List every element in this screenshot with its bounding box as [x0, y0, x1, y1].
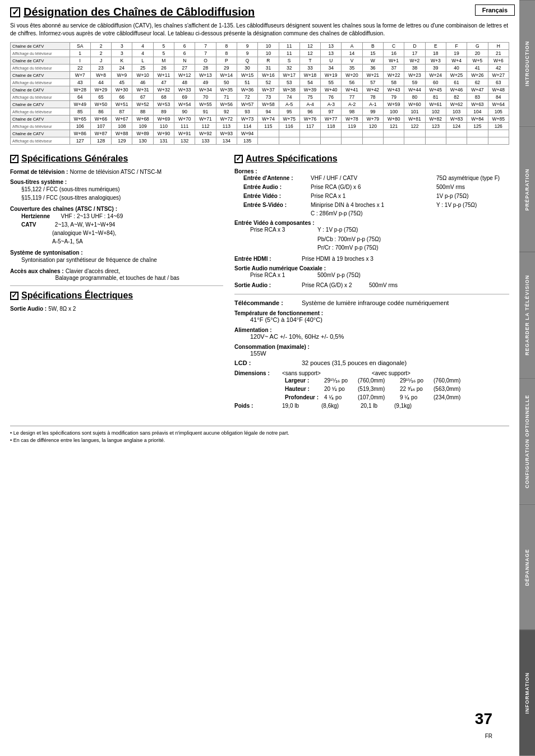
section1-checkbox-icon — [10, 7, 20, 17]
sortie-audio-label: Sortie Audio : — [234, 282, 302, 289]
catv-display-cell: 33 — [299, 64, 320, 72]
composantes-unit-y: Y : 1V p-p (75Ω) — [317, 226, 358, 234]
spec-catv-value: 2~13, A~W, W+1~W+94 (analogique W+1~W+84… — [21, 222, 116, 245]
spec-soustitres-val1: §15,122 / FCC (sous-titres numériques) — [21, 185, 223, 193]
dim-row-val1: 29¹⁵⁄₁₆ po — [324, 376, 358, 385]
alim-block: Alimentation : 120V~ AC +/- 10%, 60Hz +/… — [234, 326, 509, 340]
catv-cell: W+33 — [174, 86, 195, 94]
catv-display-cell: 65 — [90, 94, 111, 101]
catv-cell — [467, 130, 488, 137]
catv-cell: W+30 — [112, 86, 132, 94]
tab-introduction[interactable]: INTRODUCTION — [519, 0, 535, 126]
poids-val1m: (8,6kg) — [321, 403, 361, 409]
catv-display-cell: 80 — [404, 94, 425, 101]
spec-video-label: Entrée Vidéo : — [243, 192, 311, 200]
spec-svideo-val: Miniprise DIN à 4 broches x 1 — [311, 201, 436, 209]
catv-cell: H — [488, 43, 509, 50]
catv-cell: B — [362, 43, 383, 50]
catv-display-label: Affichage du téléviseur — [11, 108, 70, 116]
catv-cell: W+4 — [446, 57, 467, 64]
catv-display-cell: 71 — [216, 94, 237, 101]
catv-row-label: Chaîne de CATV — [11, 130, 70, 137]
catv-display-cell: 72 — [237, 94, 257, 101]
catv-cell — [425, 130, 446, 137]
composantes-label: Entrée Vidéo à composantes : — [234, 220, 509, 226]
catv-display-cell: 85 — [70, 108, 90, 116]
tab-television[interactable]: REGARDER LA TÉLÉVISION — [519, 252, 535, 378]
catv-display-cell: 50 — [216, 79, 237, 86]
catv-cell: W+26 — [467, 72, 488, 79]
catv-display-cell: 130 — [132, 137, 153, 145]
catv-cell: S — [279, 57, 299, 64]
catv-display-cell: 73 — [258, 94, 279, 101]
catv-display-cell: 106 — [70, 123, 90, 130]
dim-block: Dimensions : <sans support> <avec suppor… — [234, 370, 509, 409]
spec-synto: Système de syntonisation : Syntonisation… — [10, 249, 223, 264]
catv-display-cell: 56 — [342, 79, 362, 86]
tab-preparation[interactable]: PRÉPARATION — [519, 126, 535, 252]
spec-synto-label: Système de syntonisation : — [10, 250, 82, 256]
sortie-audio-val: Prise RCA (G/D) x 2 — [302, 282, 369, 289]
catv-cell: W+31 — [132, 86, 153, 94]
spec-svideo-label: Entrée S-Vidéo : — [243, 201, 311, 209]
footer: • Le design et les spécifications sont s… — [10, 426, 509, 445]
catv-cell: W+16 — [258, 72, 279, 79]
catv-cell: W+15 — [237, 72, 257, 79]
spec-format-label: Format de télévision : — [10, 169, 68, 175]
tab-configuration[interactable]: CONFIGURATION OPTIONNELLE — [519, 378, 535, 504]
catv-display-cell: 116 — [279, 123, 299, 130]
dim-row-val2: 29¹⁵⁄₁₆ po — [400, 376, 433, 385]
catv-cell: W+29 — [90, 86, 111, 94]
section4-title: Autres Spécifications — [234, 154, 509, 164]
catv-cell: W+35 — [216, 86, 237, 94]
catv-cell: W+19 — [321, 72, 342, 79]
catv-cell: 8 — [216, 43, 237, 50]
catv-cell: I — [70, 57, 90, 64]
footer-line1: • Le design et les spécifications sont s… — [10, 430, 509, 437]
catv-display-cell: 68 — [153, 94, 174, 101]
dim-row-name: Hauteur : — [285, 385, 324, 393]
two-col-layout: Spécifications Générales Format de télév… — [10, 154, 509, 409]
language-selector[interactable]: Français — [475, 4, 515, 16]
catv-display-cell: 35 — [342, 64, 362, 72]
catv-display-cell: 115 — [258, 123, 279, 130]
tab-depannage[interactable]: DÉPANNAGE — [519, 504, 535, 630]
catv-cell: W+53 — [153, 101, 174, 108]
catv-cell: W+25 — [446, 72, 467, 79]
catv-cell: W+67 — [112, 116, 132, 123]
catv-cell: W+72 — [216, 116, 237, 123]
spec-format: Format de télévision : Norme de télévisi… — [10, 168, 223, 175]
catv-display-cell: 46 — [132, 79, 153, 86]
composantes-val: Prise RCA x 3 — [250, 226, 317, 234]
catv-cell: W+18 — [299, 72, 320, 79]
catv-display-cell: 83 — [467, 94, 488, 101]
spec-antenne-unit: 75Ω asymétrique (type F) — [436, 174, 509, 182]
poids-val2: 20,1 lb — [361, 403, 394, 409]
catv-cell: W+8 — [90, 72, 111, 79]
tab-information[interactable]: INFORMATION — [519, 630, 535, 756]
catv-cell: W+81 — [404, 116, 425, 123]
catv-display-cell: 120 — [362, 123, 383, 130]
catv-display-cell: 54 — [299, 79, 320, 86]
catv-cell: L — [132, 57, 153, 64]
catv-cell: W+21 — [362, 72, 383, 79]
catv-display-cell: 43 — [70, 79, 90, 86]
catv-cell: M — [153, 57, 174, 64]
spec-soustitres: Sous-titres système : §15,122 / FCC (sou… — [10, 178, 223, 202]
telecommande-label: Télécommande : — [234, 299, 302, 307]
catv-display-cell: 121 — [384, 123, 404, 130]
spec-soustitres-val2: §15,119 / FCC (sous-titres analogiques) — [21, 193, 223, 202]
catv-cell: W+90 — [153, 130, 174, 137]
dim-rows: Largeur : 29¹⁵⁄₁₆ po (760,0mm) 29¹⁵⁄₁₆ p… — [285, 376, 509, 402]
spec-format-value: Norme de télévision ATSC / NTSC-M — [70, 169, 162, 175]
catv-cell: 7 — [195, 43, 216, 50]
spec-hertzienne-name: Hertzienne — [21, 213, 50, 219]
catv-display-cell: 17 — [404, 50, 425, 57]
catv-display-cell: 8 — [216, 50, 237, 57]
spec-svideo-row: Entrée S-Vidéo : Miniprise DIN à 4 broch… — [243, 201, 509, 209]
catv-display-cell: 94 — [258, 108, 279, 116]
catv-cell: 11 — [279, 43, 299, 50]
catv-cell: W+59 — [384, 101, 404, 108]
catv-cell: W+10 — [132, 72, 153, 79]
spec-audio-row: Entrée Audio : Prise RCA (G/D) x 6 500mV… — [243, 183, 509, 191]
